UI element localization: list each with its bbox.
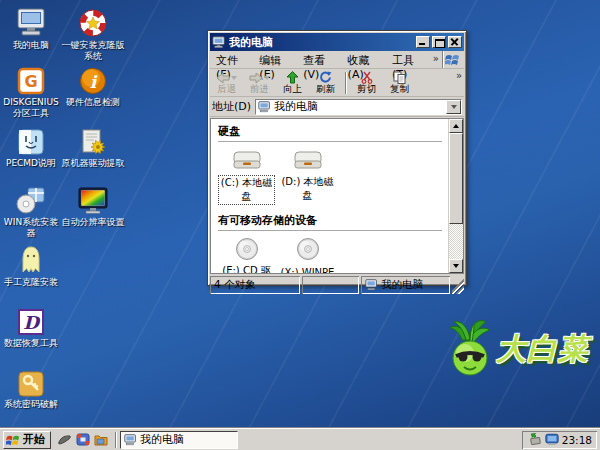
ghost-icon — [1, 243, 61, 275]
menu-edit[interactable]: 编辑(E) — [253, 51, 297, 68]
status-bar: 4 个对象 我的电脑 — [210, 276, 464, 294]
scrollbar-thumb[interactable] — [449, 133, 463, 224]
window-title: 我的电脑 — [229, 35, 413, 50]
menu-overflow-chevron[interactable]: » — [430, 51, 442, 68]
my-computer-icon — [365, 279, 378, 291]
close-button[interactable] — [448, 36, 462, 48]
forward-icon — [249, 72, 263, 84]
toolbar-overflow-chevron[interactable]: » — [456, 70, 462, 81]
desktop-icon-auto-resolution[interactable]: 自动分辨率设置 — [60, 183, 126, 228]
drive-label: (E:) CD 驱动器 — [218, 264, 275, 273]
drive-d-item[interactable]: (D:) 本地磁盘 — [279, 148, 336, 205]
menu-favorites[interactable]: 收藏(A) — [342, 51, 386, 68]
down-arrow-icon — [453, 264, 459, 268]
drive-c-item[interactable]: (C:) 本地磁盘 — [218, 148, 275, 205]
desktop-icon-password-crack[interactable]: 系统密码破解 — [1, 365, 61, 410]
desktop-icon-label: 硬件信息检测 — [60, 97, 126, 108]
address-combo[interactable]: 我的电脑 — [255, 99, 462, 115]
maximize-button[interactable] — [432, 36, 446, 48]
dabaicai-logo: 大白菜 — [444, 318, 596, 380]
folder-view: 硬盘 (C:) 本地磁盘 — [210, 118, 464, 274]
display-tray-icon[interactable] — [545, 433, 559, 446]
drive-label: (X:) WINPE — [280, 267, 336, 273]
removable-items: (E:) CD 驱动器 (X:) WINPE — [218, 237, 446, 273]
copy-button[interactable]: 复制 — [383, 70, 416, 96]
resize-grip[interactable] — [452, 276, 464, 294]
info-icon: i — [60, 63, 126, 95]
window-title-icon — [212, 36, 226, 49]
start-button[interactable]: 开始 — [3, 431, 51, 449]
toolbar-separator — [345, 72, 347, 94]
drive-x-item[interactable]: (X:) WINPE — [279, 237, 336, 273]
section-divider — [218, 141, 442, 142]
up-button[interactable]: 向上 — [276, 70, 309, 96]
desktop-icon-hardware-info[interactable]: i 硬件信息检测 — [60, 63, 126, 108]
windows-flag-icon — [442, 51, 464, 68]
start-logo-icon — [6, 433, 21, 447]
drive-e-item[interactable]: (E:) CD 驱动器 — [218, 237, 275, 273]
desktop-icon-pecmd[interactable]: PECMD说明 — [1, 124, 61, 169]
menu-bar: 文件(F) 编辑(E) 查看(V) 收藏(A) 工具(T) » — [210, 51, 464, 69]
desktop-icon-manual-ghost[interactable]: 手工克隆安装 — [1, 243, 61, 288]
back-icon — [216, 72, 230, 84]
desktop-icon-label: DISKGENIUS分区工具 — [1, 97, 61, 119]
back-dropdown-arrow[interactable] — [231, 76, 237, 80]
status-location-panel: 我的电脑 — [361, 276, 450, 294]
desktop-icon-label: 系统密码破解 — [1, 399, 61, 410]
cd-drive-icon — [218, 237, 275, 261]
back-button[interactable]: 后退 — [210, 70, 243, 96]
diskgenius-icon: G — [1, 63, 61, 95]
logo-text: 大白菜 — [496, 329, 589, 370]
desktop-icon-oneclick-install[interactable]: 一键安装克隆版系统 — [60, 6, 126, 62]
my-computer-window: 我的电脑 文件(F) 编辑(E) 查看(V) 收藏(A) 工具(T) » — [207, 30, 467, 286]
window-titlebar[interactable]: 我的电脑 — [210, 33, 464, 51]
quick-launch — [54, 433, 112, 446]
forward-dropdown-arrow[interactable] — [264, 76, 270, 80]
address-value: 我的电脑 — [274, 99, 443, 114]
harddisk-items: (C:) 本地磁盘 (D:) 本地磁盘 — [218, 148, 446, 205]
svg-text:G: G — [24, 72, 37, 91]
desktop-icon-my-computer[interactable]: 我的电脑 — [1, 6, 61, 51]
desktop-icon-diskgenius[interactable]: G DISKGENIUS分区工具 — [1, 63, 61, 119]
folder-view-main: 硬盘 (C:) 本地磁盘 — [211, 119, 448, 273]
address-dropdown-button[interactable] — [446, 100, 461, 114]
menu-file[interactable]: 文件(F) — [210, 51, 253, 68]
safely-remove-icon[interactable] — [528, 433, 542, 446]
pecmd-icon — [1, 124, 61, 156]
scroll-up-button[interactable] — [449, 119, 463, 133]
forward-button[interactable]: 前进 — [243, 70, 276, 96]
scroll-down-button[interactable] — [449, 259, 463, 273]
pecmd-quick-icon[interactable] — [76, 433, 90, 446]
desktop-icon-win-installer[interactable]: WIN系统安装器 — [1, 183, 61, 239]
hard-drive-icon — [279, 148, 336, 172]
menu-view[interactable]: 查看(V) — [297, 51, 341, 68]
file-explorer-icon[interactable] — [94, 434, 108, 446]
show-desktop-icon[interactable] — [58, 434, 72, 446]
taskbar-item-my-computer[interactable]: 我的电脑 — [120, 431, 238, 449]
section-divider — [218, 230, 442, 231]
desktop: 我的电脑 G DISKGENIUS分区工具 PECMD说明 — [0, 0, 600, 450]
data-recovery-icon: D — [1, 304, 61, 336]
my-computer-icon — [124, 434, 137, 446]
address-bar: 地址(D) 我的电脑 — [210, 97, 464, 117]
menu-tools[interactable]: 工具(T) — [386, 51, 430, 68]
minimize-button[interactable] — [416, 36, 430, 48]
desktop-icon-data-recovery[interactable]: D 数据恢复工具 — [1, 304, 61, 349]
drive-label: (C:) 本地磁盘 — [218, 175, 275, 205]
desktop-icon-label: WIN系统安装器 — [1, 217, 61, 239]
key-icon — [1, 365, 61, 397]
my-computer-icon — [258, 101, 271, 113]
status-middle-panel — [302, 276, 359, 294]
cut-button[interactable]: 剪切 — [350, 70, 383, 96]
vertical-scrollbar[interactable] — [448, 119, 463, 273]
desktop-icon-label: PECMD说明 — [1, 158, 61, 169]
desktop-icon-driver-extract[interactable]: 原机器驱动提取 — [60, 124, 126, 169]
lifebuoy-icon — [60, 6, 126, 38]
svg-text:D: D — [23, 312, 41, 333]
scrollbar-track[interactable] — [449, 133, 463, 259]
desktop-icon-label: 手工克隆安装 — [1, 277, 61, 288]
cd-drive-icon — [279, 237, 336, 261]
toolbar: 后退 前进 向上 — [210, 69, 464, 97]
refresh-button[interactable]: 刷新 — [309, 70, 342, 96]
taskbar: 开始 我的电脑 — [0, 428, 600, 450]
